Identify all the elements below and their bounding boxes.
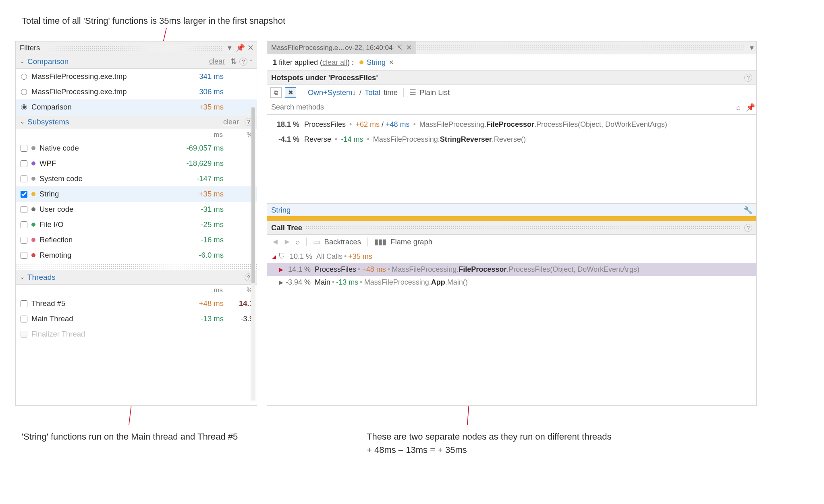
thread-checkbox[interactable] <box>21 300 27 307</box>
subsystem-row[interactable]: System code-147 ms <box>16 171 257 186</box>
comparison-row[interactable]: Comparison+35 ms <box>16 99 257 115</box>
method-list: 18.1 %ProcessFiles • +62 ms / +48 ms • M… <box>267 115 756 203</box>
subsystem-checkbox[interactable] <box>21 206 27 213</box>
thread-checkbox[interactable] <box>21 316 27 322</box>
subsystem-row[interactable]: User code-31 ms <box>16 202 257 217</box>
subsystem-row[interactable]: Native code-69,057 ms <box>16 140 257 156</box>
subsystem-row[interactable]: WPF-18,629 ms <box>16 156 257 171</box>
subsystem-checkbox[interactable] <box>21 252 27 259</box>
drag-grip[interactable] <box>416 45 745 51</box>
radio-button[interactable] <box>21 104 27 110</box>
subsystem-checkbox[interactable] <box>21 145 27 152</box>
backtrace-icon[interactable]: ▭ <box>313 238 320 246</box>
filter-name-label: String <box>271 206 743 215</box>
method-class: StringReverser <box>440 135 492 143</box>
comparison-row[interactable]: MassFileProcessing.exe.tmp341 ms <box>16 69 257 84</box>
radio-button[interactable] <box>21 74 27 80</box>
total-column[interactable]: Total <box>365 88 380 97</box>
collapse-icon[interactable]: ◢ <box>271 254 277 260</box>
threads-column-headers: ms % <box>16 285 257 296</box>
method-signature: .ProcessFiles(Object, DoWorkEventArgs) <box>534 120 667 128</box>
sort-icon[interactable]: ⇅ <box>230 57 237 66</box>
thread-label: Main Thread <box>31 314 172 323</box>
filter-icon[interactable]: ✖ <box>285 87 296 98</box>
subsystem-row[interactable]: Remoting-6.0 ms <box>16 248 257 263</box>
dropdown-icon[interactable]: ▾ <box>747 41 756 54</box>
call-tree-row[interactable]: ▶-3.94 %Main • -13 ms • MassFileProcessi… <box>267 276 756 289</box>
thread-row[interactable]: Thread #5+48 ms14.1 <box>16 296 257 311</box>
subsystem-label: Reflection <box>39 235 172 244</box>
filters-title: Filters <box>20 43 40 52</box>
subsystem-value: -6.0 ms <box>172 251 232 260</box>
nav-forward-icon[interactable]: ► <box>283 237 291 246</box>
thread-row[interactable]: Main Thread-13 ms-3.9 <box>16 311 257 326</box>
thread-value: +48 ms <box>172 299 232 308</box>
backtraces-button[interactable]: Backtraces <box>324 238 361 246</box>
subsystem-row[interactable]: Reflection-16 ms <box>16 232 257 248</box>
expand-icon[interactable]: ▶ <box>278 279 284 285</box>
help-icon[interactable]: ? <box>744 74 752 82</box>
subsystems-clear-link[interactable]: clear <box>223 118 239 126</box>
help-icon[interactable]: ? <box>239 58 247 66</box>
group-icon[interactable]: ⧉ <box>270 87 282 98</box>
remove-filter-icon[interactable]: ✕ <box>389 59 394 66</box>
subsystem-row[interactable]: File I/O-25 ms <box>16 217 257 232</box>
subsystem-checkbox[interactable] <box>21 221 27 228</box>
tree-root-row[interactable]: ◢ ⛉ 10.1 % All Calls • +35 ms <box>267 250 756 263</box>
method-row[interactable]: 18.1 %ProcessFiles • +62 ms / +48 ms • M… <box>267 117 756 132</box>
nav-back-icon[interactable]: ◄ <box>271 237 279 246</box>
close-icon[interactable]: ✕ <box>247 44 254 52</box>
thread-value: -13 ms <box>172 314 232 323</box>
subsystem-value: -147 ms <box>172 174 232 183</box>
search-input[interactable] <box>267 100 732 114</box>
clear-all-link[interactable]: clear all <box>322 58 347 66</box>
subsystem-color-dot <box>31 146 35 150</box>
expand-icon[interactable]: ▶ <box>278 266 284 273</box>
hotspots-header: Hotspots under 'ProcessFiles' ? <box>267 70 756 85</box>
scrollbar[interactable] <box>251 107 255 401</box>
radio-button[interactable] <box>21 89 27 95</box>
method-pct: -4.1 % <box>273 134 304 145</box>
settings-icon[interactable]: 🔧 <box>743 206 752 215</box>
threads-section-title: Threads <box>27 273 242 282</box>
close-icon[interactable]: ✕ <box>406 43 412 52</box>
tree-row-class: App <box>431 278 445 287</box>
search-icon[interactable]: ⌕ <box>295 238 300 246</box>
subsystem-row[interactable]: String+35 ms <box>16 186 257 202</box>
call-tree-row[interactable]: ▶14.1 %ProcessFiles • +48 ms • MassFileP… <box>267 263 756 276</box>
tab-snapshot[interactable]: MassFileProcessing.e…ov-22, 16:40:04 ⇱ ✕ <box>267 41 416 54</box>
search-bar: ⌕ 📌 <box>267 100 756 115</box>
comparison-section-header[interactable]: ⌄ Comparison clear ⇅ ? <box>16 54 257 69</box>
method-row[interactable]: -4.1 %Reverse • -14 ms • MassFileProcess… <box>267 132 756 147</box>
plain-list-button[interactable]: Plain List <box>419 88 450 97</box>
subsystem-checkbox[interactable] <box>21 191 27 198</box>
subsystem-checkbox[interactable] <box>21 160 27 167</box>
subsystem-checkbox[interactable] <box>21 237 27 244</box>
search-options-icon[interactable]: ⌕ <box>732 103 744 112</box>
subsystem-color-dot <box>31 253 35 257</box>
help-icon[interactable]: ? <box>744 224 752 232</box>
threads-section-header[interactable]: ⌄ Threads ? <box>16 270 257 285</box>
drag-grip[interactable] <box>43 45 223 51</box>
hotspots-toolbar: ⧉ ✖ Own+System↓ / Total time ☰ Plain Lis… <box>267 85 756 100</box>
flame-icon[interactable]: ▮▮▮ <box>374 238 386 246</box>
annotation-bottom-left: 'String' functions run on the Main threa… <box>22 430 238 443</box>
list-view-icon[interactable]: ☰ <box>409 88 416 97</box>
pin-icon[interactable]: 📌 <box>237 44 244 52</box>
subsystems-section-header[interactable]: ⌄ Subsystems clear ? <box>16 115 257 129</box>
scroll-up-icon[interactable] <box>250 57 253 66</box>
comparison-clear-link[interactable]: clear <box>209 57 225 66</box>
comparison-section-title: Comparison <box>27 57 209 66</box>
resize-grip[interactable] <box>16 263 257 270</box>
method-pct: 18.1 % <box>273 119 304 130</box>
comparison-row[interactable]: MassFileProcessing.exe.tmp306 ms <box>16 84 257 99</box>
pin-icon[interactable]: ⇱ <box>396 43 402 52</box>
own-system-column[interactable]: Own+System↓ <box>308 88 356 97</box>
flame-graph-button[interactable]: Flame graph <box>390 238 432 246</box>
dropdown-icon[interactable]: ▾ <box>226 44 233 52</box>
filter-chip-label[interactable]: String <box>367 58 386 67</box>
subsystem-checkbox[interactable] <box>21 176 27 182</box>
pin-icon[interactable]: 📌 <box>744 103 756 112</box>
subsystems-column-headers: ms % <box>16 129 257 140</box>
subsystem-value: -69,057 ms <box>172 144 232 153</box>
